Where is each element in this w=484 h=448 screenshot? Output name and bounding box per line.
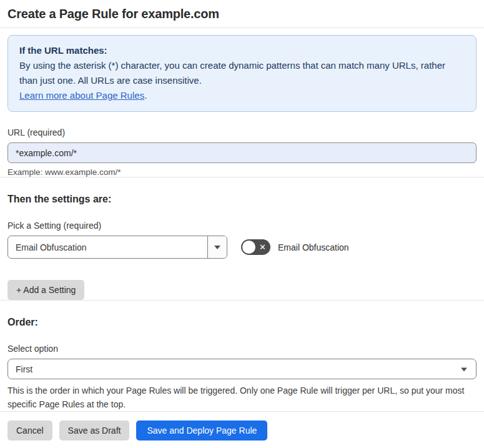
add-setting-button[interactable]: + Add a Setting — [7, 280, 84, 300]
email-obfuscation-toggle[interactable]: ✕ — [241, 239, 270, 255]
save-as-draft-button[interactable]: Save as Draft — [59, 421, 130, 441]
toggle-label: Email Obfuscation — [278, 242, 349, 252]
order-help-text: This is the order in which your Page Rul… — [7, 384, 477, 411]
title-divider — [0, 27, 484, 28]
email-obfuscation-toggle-group: ✕ Email Obfuscation — [241, 239, 349, 255]
url-field-label: URL (required) — [7, 127, 477, 137]
pick-setting-label: Pick a Setting (required) — [7, 221, 477, 231]
learn-more-link[interactable]: Learn more about Page Rules — [19, 90, 144, 101]
order-select[interactable]: First — [7, 359, 477, 379]
setting-select-arrow-button[interactable] — [207, 236, 227, 258]
footer-divider — [0, 411, 484, 412]
cancel-button[interactable]: Cancel — [7, 421, 52, 441]
info-box-link-line: Learn more about Page Rules. — [19, 88, 465, 103]
save-and-deploy-button[interactable]: Save and Deploy Page Rule — [136, 421, 267, 441]
setting-row: Email Obfuscation ✕ Email Obfuscation — [7, 236, 477, 259]
url-input[interactable] — [7, 142, 477, 163]
create-page-rule-form: Create a Page Rule for example.com If th… — [0, 0, 484, 441]
info-box-heading: If the URL matches: — [19, 43, 465, 58]
setting-select-value: Email Obfuscation — [8, 236, 207, 258]
x-mark-icon: ✕ — [259, 243, 266, 251]
page-title: Create a Page Rule for example.com — [7, 0, 477, 21]
caret-down-icon — [461, 367, 467, 371]
section-divider — [0, 300, 484, 301]
info-box-body: By using the asterisk (*) character, you… — [19, 58, 465, 88]
caret-down-icon — [214, 246, 220, 249]
order-select-value: First — [16, 364, 32, 374]
section-divider — [0, 177, 484, 177]
order-section-heading: Order: — [7, 317, 477, 328]
link-suffix: . — [144, 90, 147, 101]
toggle-knob — [242, 241, 255, 254]
setting-select[interactable]: Email Obfuscation — [7, 236, 227, 259]
url-example-text: Example: www.example.com/* — [7, 167, 477, 177]
settings-section-heading: Then the settings are: — [7, 194, 477, 205]
footer-actions: Cancel Save as Draft Save and Deploy Pag… — [7, 421, 477, 441]
url-matches-info-box: If the URL matches: By using the asteris… — [7, 35, 477, 112]
order-select-label: Select option — [7, 344, 477, 354]
